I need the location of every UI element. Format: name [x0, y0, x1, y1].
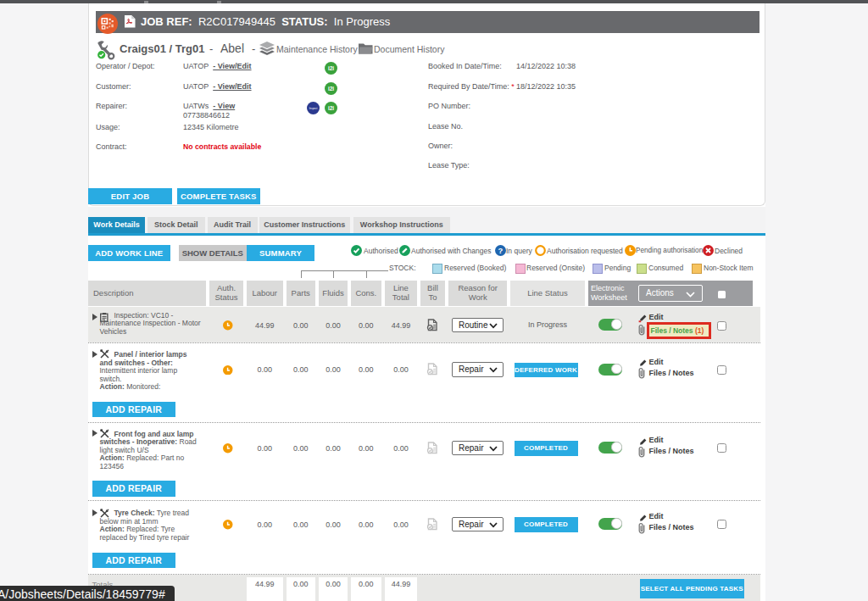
svg-text:?: ? — [498, 246, 503, 255]
svg-text:i2i: i2i — [328, 105, 334, 111]
svg-text:Inspect: Inspect — [309, 107, 318, 110]
svg-text:i2i: i2i — [328, 65, 334, 71]
svg-text:i2i: i2i — [328, 86, 334, 92]
